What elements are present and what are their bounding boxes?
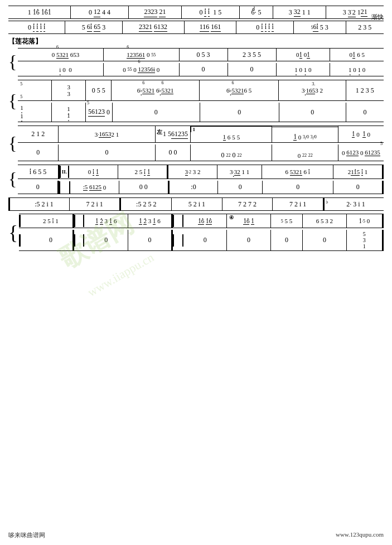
m4b-4: 0 xyxy=(113,106,200,118)
m2-3: 2321 6132 xyxy=(123,21,184,33)
m6b-1: 0 xyxy=(18,181,57,194)
m5b-6: 5 0 6123 0 61235 xyxy=(338,147,384,159)
staff-4-bot: 1 1 1 1 5 56123 0 xyxy=(18,103,384,122)
m3b-1 xyxy=(18,64,28,76)
m8t-7: 1 6 1 6 xyxy=(183,215,226,227)
m4t-4: 6 ♭ 6 5321 6 ♭ 6 5321 xyxy=(112,84,199,97)
m8b-2: 0 xyxy=(29,234,72,247)
m2-7: 2 3 5 xyxy=(346,21,384,33)
m8b-4: 0 xyxy=(84,234,127,247)
m6t-1: i 6 5 5 xyxy=(18,166,57,178)
watermark-text2: www.iiappu.cn xyxy=(85,250,156,300)
m8b-8: 0 xyxy=(227,234,270,247)
system-4-content: { 5 5 3 3 xyxy=(8,80,384,122)
m2-2: 5 6i 65 3 xyxy=(65,21,122,33)
m4b-5: 0 xyxy=(200,106,279,118)
system-1: 1 16 161 0 12 4 4 2323 21 0 i i 1 5 6· 5… xyxy=(8,6,384,19)
staves-8: 2 5 i 1 1 2 3 1 6 1 2 xyxy=(19,214,384,251)
m6b-5: :0 xyxy=(170,181,218,194)
m8b-9: 0 xyxy=(271,234,303,247)
m3t-6: 0 1 0 1 xyxy=(277,49,330,61)
m4t-2: 3 3 xyxy=(52,83,85,98)
m1-3: 2323 21 xyxy=(129,6,181,18)
m4t-1: 5 5 xyxy=(18,80,51,100)
m3b-5: 0 xyxy=(228,64,276,76)
m7-2: :5 2 i 1 xyxy=(19,198,69,210)
m7-8: ♭ 2· 3 i 1 xyxy=(325,198,384,210)
m6t-3: 0 i 1 xyxy=(69,166,118,178)
m7-5: 5 2 i 1 xyxy=(172,198,222,210)
m6b-2 xyxy=(59,181,70,194)
footer-left: 哆来咪曲谱网 xyxy=(8,531,45,539)
staff-6-bot: 0 :5 6125 0 0 0 :0 xyxy=(18,181,384,194)
m3t-1 xyxy=(18,49,28,61)
bar xyxy=(382,230,384,250)
m3t-2: 0 6 5321 653 xyxy=(28,49,103,61)
m7-7: 7 2 i 1 xyxy=(273,198,323,210)
m4b-2: 1 1 xyxy=(52,104,85,120)
m1-5: 6· 5 ḋ xyxy=(240,6,273,18)
m8b-1 xyxy=(19,234,29,247)
m2-1: 0 i i i i xyxy=(8,21,65,33)
m3t-3: 6 123561 0 55 xyxy=(104,49,179,61)
m5b-3: 0 0 xyxy=(156,147,191,159)
system-3: { 0 6 5321 653 xyxy=(8,48,384,76)
bracket-6: { xyxy=(8,165,18,194)
m2-6: 56i 5 3 xyxy=(294,21,346,33)
m2-5: 0 i i i i xyxy=(236,21,293,33)
repeat-mark-II: II. xyxy=(62,169,67,175)
staves-6: i 6 5 5 II. 0 i 1 2 5 i 1 xyxy=(18,165,384,194)
m3t-4: 0 5 3 xyxy=(180,49,228,61)
m8t-2: 2 5 i 1 xyxy=(29,215,72,227)
staff-3-bot: i 0 0 0 55 0 6 12356i 0 xyxy=(18,63,384,76)
m7-4: :5 2 5 2 xyxy=(121,198,171,210)
system-2: 渐快 0 i i i i 5 6i 65 3 2321 6132 116 161… xyxy=(8,21,384,34)
m3b-2: i 0 0 xyxy=(28,64,103,76)
staff-5-bot: 0 0 0 0 0 2 2 xyxy=(18,144,384,161)
m4b-1: 1 1 xyxy=(18,103,51,122)
m8b-5: 0 xyxy=(128,234,171,247)
m5t-1: 2 1 2 xyxy=(18,128,58,141)
staff-7: :5 2 i 1 7 2 i 1 :5 2 5 2 5 2 i 1 7 2 7 … xyxy=(8,197,384,211)
m3t-5: 2 3 5 5 xyxy=(228,49,276,61)
staff-6-top: i 6 5 5 II. 0 i 1 2 5 i 1 xyxy=(18,165,384,179)
m1-4: 0 i i 1 5 xyxy=(182,6,239,18)
system-6-content: { i 6 5 5 II. 0 i 1 2 5 xyxy=(8,165,384,194)
double-bar xyxy=(382,165,384,179)
system-5: { 2 1 2 3 · 1653 2 1 左 xyxy=(8,126,384,161)
m7-1 xyxy=(8,198,19,210)
footer-right: www.123qupu.com xyxy=(336,531,384,539)
m8b-11: 5 3 1 xyxy=(347,230,382,250)
bar xyxy=(382,214,384,228)
m5b-4: 0 2 2 0 2 2 xyxy=(191,144,272,161)
m2-4: 116 161 xyxy=(185,21,236,33)
staff-8-top: 2 5 i 1 1 2 3 1 6 1 2 xyxy=(19,214,384,228)
system-4: { 5 5 3 3 xyxy=(8,80,384,122)
m3b-4: 0 xyxy=(180,64,228,76)
section-label: 【莲花落】 xyxy=(8,37,384,46)
tempo-mark: 渐快 xyxy=(371,13,384,21)
m6t-2: II. xyxy=(60,166,69,178)
staff-1-1: 1 16 161 0 12 4 4 2323 21 0 i i 1 5 6· 5… xyxy=(8,6,384,19)
m6b-8: 0 xyxy=(333,181,382,194)
m8b-3 xyxy=(74,234,85,247)
m3b-7: 1 0 1 0 xyxy=(330,64,384,76)
m8t-8: ④ 1 6 1 xyxy=(227,215,270,227)
m8t-11: 1 · 5 0 xyxy=(347,215,382,227)
m4t-6: 3 · 3. 165 3 2 xyxy=(279,84,345,97)
bracket-5: { xyxy=(8,126,18,161)
m5t-3: 左 1 5 61235 xyxy=(156,128,191,141)
m5t-2: 3 · 1653 2 1 xyxy=(59,128,154,141)
m1-6: 3 32 1 1 xyxy=(273,6,326,18)
staves-5: 2 1 2 3 · 1653 2 1 左 1 5 61235 xyxy=(18,126,384,161)
bracket-8: { xyxy=(8,214,19,251)
bracket-3: { xyxy=(8,48,18,76)
system-5-content: { 2 1 2 3 · 1653 2 1 左 xyxy=(8,126,384,161)
double-bar xyxy=(382,181,384,194)
bracket-4: { xyxy=(8,80,18,122)
m6b-4: 0 0 xyxy=(119,181,168,194)
m8t-1 xyxy=(19,215,29,227)
m8b-10: 0 xyxy=(303,234,346,247)
m4t-5: 6 ♭ 6 5321 6 5 xyxy=(200,84,279,97)
m4t-3: 0 5 5 xyxy=(86,84,111,97)
